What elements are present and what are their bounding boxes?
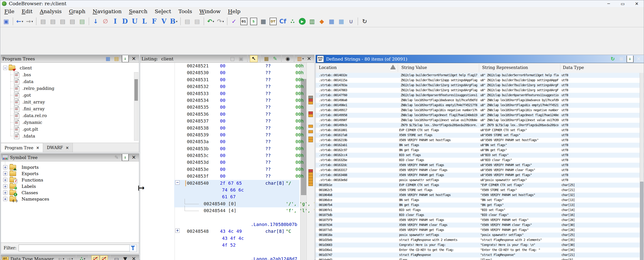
table-row[interactable]: .strtab::0014032e_ZN12clap_builder5error…: [316, 73, 644, 78]
listing-line[interactable]: 0024853500??00h: [140, 104, 314, 111]
listing-line[interactable]: 0024853b00??00h: [140, 145, 314, 152]
defined-strings-header[interactable]: Defined Strings - 80 items (of 20091) ↻▾…: [316, 55, 644, 63]
margin-fields-icon[interactable]: ▥▾: [296, 55, 304, 62]
restore-button[interactable]: ▭: [616, 0, 630, 7]
merge-fragment-icon[interactable]: ▤▾: [192, 17, 202, 26]
menu-item[interactable]: Tools: [175, 9, 196, 14]
menu-item[interactable]: File: [1, 9, 18, 14]
listing-line[interactable]: 61 67: [140, 193, 314, 200]
column-header-location[interactable]: Location: [319, 65, 337, 70]
disable-edit-icon[interactable]: ▢▾: [100, 255, 108, 260]
table-row[interactable]: .strtab::00149917_ZN8clap_lex10ShortFlag…: [316, 108, 644, 113]
tree-item-namespaces[interactable]: +Namespaces: [1, 196, 139, 202]
tree-item-section[interactable]: .got.plt: [1, 126, 139, 132]
data-float-icon[interactable]: F▾: [150, 17, 159, 26]
expand-icon[interactable]: +: [3, 171, 7, 176]
table-row[interactable]: 001075dbBIO_clear_flags"BIO_clear_flags"…: [316, 213, 644, 217]
toolbar-button[interactable]: ▾: [180, 18, 181, 25]
table-row[interactable]: 001d3683Congrats! Here is your flag:"Con…: [316, 242, 644, 247]
tree-item-section[interactable]: .data: [1, 78, 139, 85]
collapse-icon[interactable]: −: [175, 180, 180, 185]
expand-icon[interactable]: +: [3, 165, 7, 169]
panel-icon[interactable]: ▾: [89, 255, 89, 260]
tree-item-section[interactable]: .init_array: [1, 98, 139, 105]
table-row[interactable]: .strtab::001498a8_ZN8clap_lex10ShortFlag…: [316, 98, 644, 103]
snapshot-icon[interactable]: ▤▾: [78, 17, 86, 26]
listing-line[interactable]: 0024853e00??00h: [140, 166, 314, 173]
table-row[interactable]: 00106fe1BIO_set_flags"BIO_set_flags"char…: [316, 208, 644, 213]
data-double-icon[interactable]: D▾: [120, 17, 130, 26]
expand-icon[interactable]: +: [3, 178, 7, 182]
table-row[interactable]: .strtab::00147883_ZN12clap_builder7build…: [316, 88, 644, 93]
save-icon[interactable]: ▣▾: [2, 17, 11, 26]
table-row[interactable]: 0010818aposix_spawnattr_setflags"posix_s…: [316, 232, 644, 237]
table-row[interactable]: .strtab::00161fa8X509_STORE_set_flagsu8"…: [316, 133, 644, 138]
listing-line[interactable]: 0024853100??00h: [140, 77, 314, 83]
forward-icon[interactable]: →▾: [66, 255, 74, 260]
panel-icon[interactable]: ▾: [260, 55, 260, 63]
memory-chip-icon[interactable]: ▥▾: [308, 17, 316, 26]
listing-line[interactable]: 0024853900??00h: [140, 132, 314, 138]
function-compare-icon[interactable]: ∪▾: [346, 17, 356, 26]
tree-item-section[interactable]: .tdata: [1, 132, 139, 139]
tree-item-section[interactable]: .got: [1, 92, 139, 98]
filter-options-icon[interactable]: [130, 244, 137, 252]
table-row[interactable]: 00105b1eEVP_CIPHER_CTX_set_flags"EVP_CIP…: [316, 183, 644, 188]
table-row[interactable]: 001d3747struct FlagResponse"struct FlagR…: [316, 252, 644, 257]
close-icon[interactable]: ✕▾: [635, 56, 642, 62]
bookmark-marker-icon[interactable]: [308, 96, 313, 99]
pencil-icon[interactable]: ✎▾: [113, 154, 120, 161]
toolbar-button[interactable]: ▾: [227, 18, 228, 25]
edit-listing-icon[interactable]: ✎▾: [271, 55, 279, 62]
panel-icon[interactable]: ▾: [247, 55, 248, 63]
table-row[interactable]: 00106dceBN_set_flags"BN_set_flags"char[1…: [316, 198, 644, 203]
table-row[interactable]: .strtab::0014783a_ZN12clap_builder7build…: [316, 83, 644, 88]
menu-item[interactable]: Select: [151, 9, 174, 14]
tree-item-classes[interactable]: +Classes: [1, 189, 139, 196]
data-int-icon[interactable]: I▾: [111, 17, 120, 26]
symbol-filter-input[interactable]: [18, 244, 133, 251]
menu-item[interactable]: Search: [125, 9, 151, 14]
table-row[interactable]: .strtab::001632beBIO_clear_flagsu8"BIO_c…: [316, 158, 644, 163]
table-row[interactable]: 001064b8X509_VERIFY_PARAM_set_hostflags"…: [316, 193, 644, 198]
table-row[interactable]: .strtab::0016219bX509_VERIFY_PARAM_set_h…: [316, 138, 644, 143]
table-row[interactable]: .strtab::00162ab1BN_set_flagsu8"BN_set_f…: [316, 143, 644, 148]
bookmark-marker-icon[interactable]: [308, 130, 313, 133]
disable-filter-icon[interactable]: ▢▾: [92, 255, 99, 260]
table-row[interactable]: .strtab::00163317X509_VERIFY_PARAM_clear…: [316, 168, 644, 173]
listing-header[interactable]: Listing:client ▢▾▣▾▾↖▾▾▦▾✎▾▾◉▾▾▥▾✕▾: [140, 55, 314, 63]
panel-icon[interactable]: ▾: [294, 55, 294, 63]
undo-icon[interactable]: ↶▾: [206, 17, 215, 26]
dtm-header[interactable]: Data Type Manager ←▾→▾▾∴▾▾▢▾▢▾▾▭▾▼▾✕▾: [1, 255, 139, 260]
listing-line[interactable]: 0024853c00??00h: [140, 152, 314, 159]
new-window-icon[interactable]: ▭▾: [113, 255, 120, 260]
toolbar-button[interactable]: ▾: [36, 18, 36, 25]
close-icon[interactable]: ✕▾: [130, 255, 138, 260]
menu-item[interactable]: Help: [224, 9, 244, 14]
list-menu-icon[interactable]: ≡▾: [618, 56, 625, 62]
forward-icon[interactable]: →▾: [25, 17, 34, 26]
listing-line[interactable]: 00248544 [4]'f', 'l', ': [140, 207, 314, 214]
panel-icon[interactable]: ▾: [76, 255, 76, 260]
table-row[interactable]: 001075f9X509_VERIFY_PARAM_set_flags"X509…: [316, 217, 644, 222]
panel-icon[interactable]: ▾: [110, 255, 110, 260]
data-byte-icon[interactable]: B▾: [169, 17, 178, 26]
associations-icon[interactable]: ∴▾: [79, 255, 86, 260]
listing-line[interactable]: 0024853800??00h: [140, 125, 314, 132]
listing-line[interactable]: −002485402f 67 65char[8]"/: [140, 180, 314, 187]
table-row[interactable]: 001d36a1Enter the CD-KEY to get the flag…: [316, 247, 644, 252]
memory-icon[interactable]: ▤▾: [58, 17, 67, 26]
import-icon[interactable]: ⇓▾: [121, 154, 129, 161]
expand-icon[interactable]: +: [3, 184, 7, 188]
disassemble-icon[interactable]: ↓▾: [91, 17, 100, 26]
symbol-tree-header[interactable]: Symbol Tree ✎▾⇓▾✕▾: [1, 154, 139, 161]
listing-line[interactable]: 0024853600??00h: [140, 111, 314, 118]
panel-icon[interactable]: ▾: [281, 55, 282, 63]
table-row[interactable]: .strtab::001632dcX509_VERIFY_PARAM_set_f…: [316, 163, 644, 168]
listing-line[interactable]: 0024853200??00h: [140, 83, 314, 90]
redo-icon[interactable]: ↷▾: [216, 17, 225, 26]
tree-item-section[interactable]: .bss: [1, 71, 139, 78]
function-graph-icon[interactable]: ↻▾: [360, 17, 369, 26]
back-icon[interactable]: ←▾: [15, 17, 24, 26]
strings-scrollbar[interactable]: [640, 73, 644, 260]
